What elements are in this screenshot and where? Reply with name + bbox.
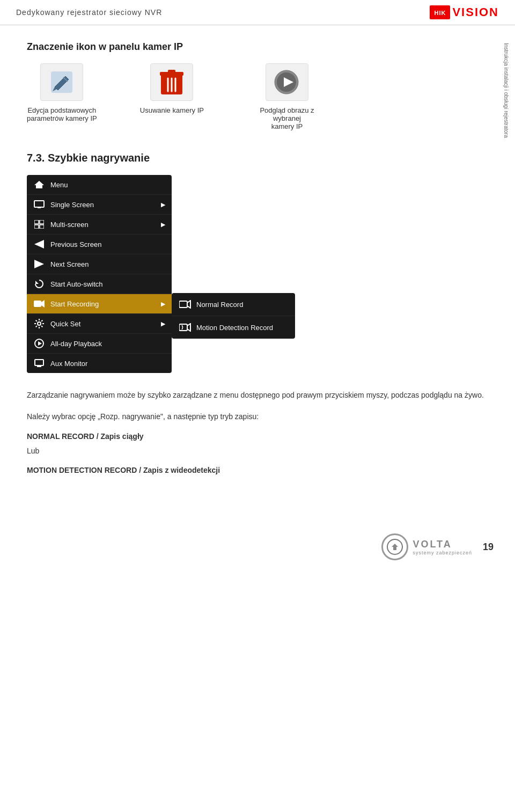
- svg-rect-17: [40, 225, 44, 229]
- motion-record-icon: [179, 323, 191, 332]
- home-icon: [33, 180, 45, 189]
- menu-item-aux-monitor[interactable]: Aux Monitor: [27, 354, 172, 373]
- record-icon: [33, 299, 45, 309]
- main-content: Znaczenie ikon w panelu kamer IP Edycja …: [0, 25, 515, 507]
- arrow-icon-multi-screen: ▶: [161, 221, 165, 228]
- edit-icon: [48, 69, 75, 96]
- menu-item-single-screen[interactable]: Single Screen ▶: [27, 195, 172, 215]
- svg-rect-30: [179, 324, 187, 331]
- volta-logo: VOLTA systemy zabezpieczeń: [381, 533, 472, 560]
- menu-label-previous-screen: Previous Screen: [50, 240, 165, 248]
- svg-marker-18: [34, 240, 44, 248]
- menu-label-multi-screen: Multi-screen: [50, 221, 156, 229]
- volta-inner-circle: [387, 539, 403, 555]
- menu-item-auto-switch[interactable]: Start Auto-switch: [27, 274, 172, 294]
- page-header: Dedykowany rejestrator sieciowy NVR HIK …: [0, 0, 515, 25]
- arrow-icon-quick-set: ▶: [161, 320, 165, 327]
- body-para1: Zarządzanie nagrywaniem może by szybko z…: [27, 389, 488, 402]
- svg-rect-27: [37, 365, 41, 367]
- menu-item-start-recording[interactable]: Start Recording ▶: [27, 294, 172, 314]
- section1-heading: Znaczenie ikon w panelu kamer IP: [27, 41, 488, 53]
- logo-text: VISION: [452, 5, 499, 19]
- svg-marker-11: [34, 181, 44, 188]
- body-para2: Należy wybrac opcję „Rozp. nagrywanie", …: [27, 411, 488, 423]
- svg-rect-28: [179, 301, 187, 308]
- preview-camera-label: Podgląd obrazu z wybranej kamery IP: [247, 106, 327, 130]
- svg-marker-32: [392, 544, 398, 550]
- menu-item-next-screen[interactable]: Next Screen: [27, 254, 172, 274]
- menu-label-next-screen: Next Screen: [50, 260, 165, 268]
- menu-label-start-recording: Start Recording: [50, 300, 156, 308]
- delete-camera-label: Usuwanie kamery IP: [140, 106, 204, 114]
- header-title: Dedykowany rejestrator sieciowy NVR: [16, 8, 162, 17]
- edit-camera-icon-box: [40, 63, 83, 101]
- monitor-icon: [33, 200, 45, 209]
- body-item2: MOTION DETECTION RECORD / Zapis z wideod…: [27, 466, 488, 474]
- volta-circle-icon: [381, 533, 408, 560]
- body-lub: Lub: [27, 445, 488, 458]
- preview-camera-item: Podgląd obrazu z wybranej kamery IP: [247, 63, 327, 130]
- menu-label-auto-switch: Start Auto-switch: [50, 280, 165, 288]
- volta-sub-text: systemy zabezpieczeń: [413, 550, 472, 555]
- menu-label-quick-set: Quick Set: [50, 320, 156, 328]
- svg-rect-21: [34, 301, 41, 307]
- normal-record-icon: [179, 299, 191, 309]
- svg-rect-16: [34, 225, 39, 229]
- svg-marker-20: [35, 281, 39, 284]
- svg-rect-15: [40, 220, 44, 224]
- volta-main-text: VOLTA: [413, 539, 472, 550]
- logo: HIK VISION: [430, 5, 499, 19]
- quick-title: 7.3. Szybkie nagrywanie: [27, 152, 488, 164]
- svg-rect-14: [34, 220, 39, 224]
- aux-monitor-icon: [33, 359, 45, 368]
- submenu-label-normal-record: Normal Record: [196, 301, 243, 309]
- submenu: Normal Record Motion Detection Record: [172, 293, 295, 339]
- sidebar-vertical-text: Instrukcja instalacji i obsługi rejestra…: [498, 43, 510, 138]
- submenu-item-motion-record[interactable]: Motion Detection Record: [172, 316, 295, 339]
- play-icon: [272, 69, 301, 96]
- page-footer: VOLTA systemy zabezpieczeń 19: [0, 523, 515, 571]
- dark-menu: Menu Single Screen ▶: [27, 175, 172, 373]
- volta-arrow-icon: [391, 543, 399, 551]
- arrow-icon-start-recording: ▶: [161, 301, 165, 308]
- volta-text-group: VOLTA systemy zabezpieczeń: [413, 539, 472, 555]
- svg-rect-4: [168, 70, 175, 73]
- arrow-icon-single-screen: ▶: [161, 201, 165, 208]
- svg-rect-26: [35, 360, 43, 365]
- menu-item-quick-set[interactable]: Quick Set ▶: [27, 314, 172, 334]
- delete-camera-item: Usuwanie kamery IP: [140, 63, 204, 114]
- menu-label-menu: Menu: [50, 181, 165, 189]
- menu-item-menu: Menu: [27, 175, 172, 195]
- quick-section: 7.3. Szybkie nagrywanie Menu Sin: [27, 152, 488, 474]
- refresh-icon: [33, 279, 45, 289]
- menu-screenshot: Menu Single Screen ▶: [27, 175, 488, 373]
- menu-item-previous-screen[interactable]: Previous Screen: [27, 235, 172, 254]
- svg-marker-22: [41, 300, 45, 308]
- menu-label-aux-monitor: Aux Monitor: [50, 360, 165, 368]
- arrow-left-icon: [33, 239, 45, 249]
- gear-icon: [33, 319, 45, 328]
- body-item1: NORMAL RECORD / Zapis ciągły: [27, 432, 488, 441]
- preview-camera-icon-box: [266, 63, 308, 101]
- svg-point-23: [38, 322, 41, 325]
- svg-marker-25: [38, 341, 42, 346]
- submenu-item-normal-record[interactable]: Normal Record: [172, 293, 295, 316]
- menu-item-multi-screen[interactable]: Multi-screen ▶: [27, 215, 172, 235]
- arrow-right-icon: [33, 259, 45, 269]
- submenu-label-motion-record: Motion Detection Record: [196, 324, 273, 332]
- menu-item-allday-playback[interactable]: All-day Playback: [27, 334, 172, 354]
- menu-label-allday-playback: All-day Playback: [50, 340, 165, 348]
- page-number: 19: [483, 542, 494, 553]
- delete-icon: [158, 68, 185, 97]
- edit-camera-label: Edycja podstawowych parametrów kamery IP: [27, 106, 97, 122]
- svg-rect-13: [38, 207, 41, 208]
- logo-red-text: HIK: [434, 10, 446, 16]
- playback-icon: [33, 339, 45, 348]
- logo-box: HIK: [430, 5, 450, 19]
- menu-label-single-screen: Single Screen: [50, 201, 156, 209]
- grid-icon: [33, 220, 45, 229]
- icons-row: Edycja podstawowych parametrów kamery IP…: [27, 63, 488, 130]
- delete-camera-icon-box: [150, 63, 193, 101]
- svg-marker-19: [34, 260, 44, 268]
- edit-camera-item: Edycja podstawowych parametrów kamery IP: [27, 63, 97, 122]
